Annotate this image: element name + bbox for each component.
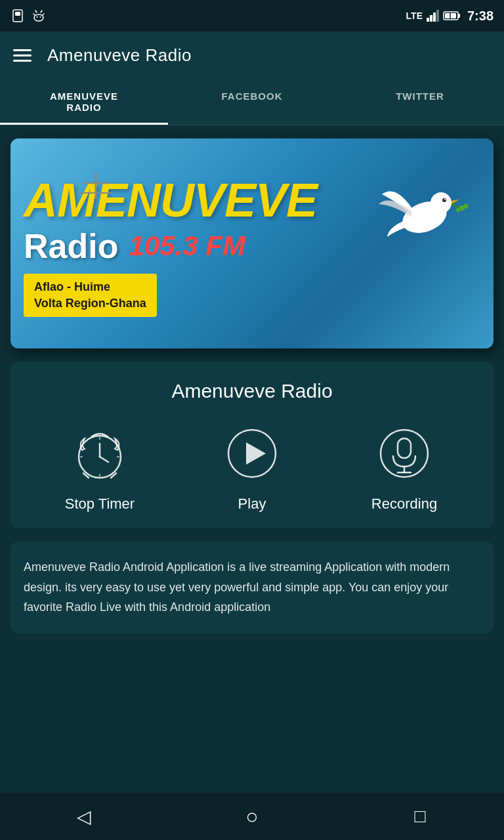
time-display: 7:38 — [467, 9, 494, 24]
bottom-nav: ◁ ○ □ — [0, 793, 504, 840]
recording-icon-wrap — [371, 421, 437, 486]
stop-timer-icon-wrap — [67, 421, 133, 486]
svg-point-21 — [464, 204, 469, 209]
radio-banner: AMENUVEVE Radio 105.3 FM Aflao - Huime V… — [10, 138, 494, 348]
controls-row: Stop Timer Play — [24, 421, 480, 513]
description-card: Amenuveve Radio Android Application is a… — [10, 541, 494, 633]
svg-point-8 — [40, 16, 41, 18]
tab-facebook-label: FACEBOOK — [221, 91, 282, 102]
banner-location-line1: Aflao - Huime — [34, 279, 146, 295]
svg-line-3 — [33, 14, 35, 15]
clock-alarm-icon — [70, 424, 129, 483]
svg-point-18 — [430, 192, 452, 213]
recording-label: Recording — [371, 495, 437, 513]
tab-amenuveve-radio-label: AMENUVEVERADIO — [50, 91, 118, 113]
svg-point-2 — [34, 14, 43, 21]
svg-line-4 — [43, 14, 44, 15]
player-title: Amenuveve Radio — [24, 380, 480, 402]
svg-point-7 — [37, 16, 38, 18]
tab-facebook[interactable]: FACEBOOK — [168, 79, 336, 125]
status-left-icons — [10, 9, 46, 23]
banner-radio-word: Radio — [24, 226, 118, 266]
banner-name-top: AMENUVEVE — [24, 177, 317, 224]
menu-button[interactable] — [13, 49, 32, 62]
banner-location-line2: Volta Region-Ghana — [34, 295, 146, 312]
dove-icon — [375, 158, 480, 263]
tab-twitter[interactable]: TWITTER — [336, 79, 504, 125]
svg-line-5 — [35, 10, 37, 12]
svg-rect-12 — [436, 10, 439, 22]
dove-decoration — [375, 158, 480, 266]
lte-label: LTE — [406, 10, 423, 21]
main-content: AMENUVEVE Radio 105.3 FM Aflao - Huime V… — [0, 125, 504, 712]
svg-line-30 — [100, 457, 108, 462]
svg-rect-40 — [398, 438, 411, 458]
back-button[interactable]: ◁ — [64, 797, 104, 836]
stop-timer-button[interactable]: Stop Timer — [24, 421, 176, 513]
status-bar: LTE 7:38 — [0, 0, 504, 32]
svg-line-6 — [41, 10, 42, 12]
app-title: Amenuveve Radio — [47, 45, 192, 66]
banner-location: Aflao - Huime Volta Region-Ghana — [24, 274, 157, 317]
svg-point-24 — [444, 199, 446, 200]
banner-radio-row: Radio 105.3 FM — [24, 226, 317, 266]
play-button-icon — [222, 424, 282, 483]
svg-rect-10 — [430, 15, 432, 22]
svg-rect-14 — [458, 14, 460, 18]
svg-rect-11 — [433, 12, 436, 22]
home-circle-icon: ○ — [245, 805, 258, 829]
description-text: Amenuveve Radio Android Application is a… — [24, 557, 480, 618]
sim-icon — [10, 9, 25, 23]
signal-icon — [427, 10, 440, 22]
recents-button[interactable]: □ — [400, 797, 440, 836]
banner-frequency: 105.3 FM — [129, 230, 245, 262]
status-right-info: LTE 7:38 — [406, 9, 494, 24]
tab-twitter-label: TWITTER — [396, 91, 444, 102]
player-card: Amenuveve Radio — [10, 362, 494, 528]
tab-amenuveve-radio[interactable]: AMENUVEVERADIO — [0, 79, 168, 125]
play-icon-wrap — [219, 421, 285, 486]
stop-timer-label: Stop Timer — [65, 495, 135, 513]
battery-icon — [444, 10, 461, 21]
microphone-icon — [375, 424, 434, 483]
recording-button[interactable]: Recording — [328, 421, 480, 513]
top-bar: Amenuveve Radio — [0, 32, 504, 79]
tab-bar: AMENUVEVERADIO FACEBOOK TWITTER — [0, 79, 504, 125]
android-icon — [32, 9, 46, 23]
svg-marker-38 — [246, 442, 266, 465]
svg-rect-9 — [427, 18, 429, 22]
back-arrow-icon: ◁ — [77, 806, 91, 828]
antenna-icon — [76, 170, 116, 199]
bottom-spacer — [10, 646, 494, 699]
recents-square-icon: □ — [415, 806, 426, 827]
play-button[interactable]: Play — [176, 421, 328, 513]
svg-point-22 — [456, 208, 460, 212]
home-button[interactable]: ○ — [232, 797, 272, 836]
svg-rect-1 — [15, 12, 20, 16]
svg-point-23 — [442, 198, 446, 202]
play-label: Play — [238, 495, 266, 513]
